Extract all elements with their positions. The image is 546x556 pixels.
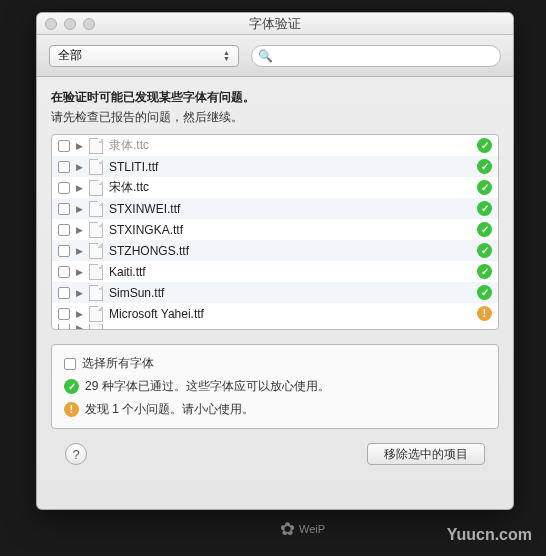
check-icon: ✓ [477,201,492,216]
font-name: STXINGKA.ttf [109,223,471,237]
disclosure-triangle-icon[interactable]: ▶ [76,309,83,319]
list-item[interactable]: ▶Kaiti.ttf✓ [52,261,498,282]
font-list[interactable]: ▶隶体.ttc✓▶STLITI.ttf✓▶宋体.ttc✓▶STXINWEI.tt… [51,134,499,330]
list-item[interactable]: ▶STZHONGS.ttf✓ [52,240,498,261]
file-icon [89,138,103,154]
file-icon [89,306,103,322]
filter-select-button[interactable]: 全部 ▲▼ [49,45,239,67]
disclosure-triangle-icon[interactable]: ▶ [76,225,83,235]
search-icon: 🔍 [258,49,273,63]
summary-box: 选择所有字体 ✓ 29 种字体已通过。这些字体应可以放心使用。 ! 发现 1 个… [51,344,499,429]
list-item[interactable]: ▶STLITI.ttf✓ [52,156,498,177]
disclosure-triangle-icon[interactable]: ▶ [76,204,83,214]
font-name: STZHONGS.ttf [109,244,471,258]
font-name: STLITI.ttf [109,160,471,174]
row-checkbox[interactable] [58,203,70,215]
font-validation-window: 字体验证 全部 ▲▼ 🔍 在验证时可能已发现某些字体有问题。 请先检查已报告的问… [36,12,514,510]
select-all-label: 选择所有字体 [82,355,154,372]
select-all-row: 选择所有字体 [64,355,486,372]
search-input[interactable] [251,45,501,67]
file-icon [89,285,103,301]
disclosure-triangle-icon[interactable]: ▶ [76,267,83,277]
row-checkbox[interactable] [58,161,70,173]
row-checkbox[interactable] [58,308,70,320]
check-icon: ✓ [477,285,492,300]
list-item[interactable]: ▶STXINGKA.ttf✓ [52,219,498,240]
check-icon: ✓ [64,379,79,394]
font-name: Kaiti.ttf [109,265,471,279]
disclosure-triangle-icon[interactable]: ▶ [76,162,83,172]
disclosure-triangle-icon[interactable]: ▶ [76,246,83,256]
help-button[interactable]: ? [65,443,87,465]
updown-icon: ▲▼ [223,50,230,62]
watermark-brand: ✿ WeiP [280,518,325,540]
warning-icon: ! [477,306,492,321]
font-name: Microsoft Yahei.ttf [109,307,471,321]
file-icon [89,180,103,196]
file-icon [89,324,103,330]
check-icon: ✓ [477,159,492,174]
disclosure-triangle-icon[interactable]: ▶ [76,288,83,298]
warned-text: 发现 1 个小问题。请小心使用。 [85,401,254,418]
row-checkbox[interactable] [58,224,70,236]
font-name: STXINWEI.ttf [109,202,471,216]
warning-subtext: 请先检查已报告的问题，然后继续。 [51,109,499,126]
row-checkbox[interactable] [58,287,70,299]
warning-heading: 在验证时可能已发现某些字体有问题。 [51,89,499,106]
row-checkbox[interactable] [58,245,70,257]
font-name: SimSun.ttf [109,286,471,300]
content: 在验证时可能已发现某些字体有问题。 请先检查已报告的问题，然后继续。 ▶隶体.t… [37,77,513,477]
font-name: 隶体.ttc [109,137,471,154]
titlebar: 字体验证 [37,13,513,35]
check-icon: ✓ [477,222,492,237]
select-all-checkbox[interactable] [64,358,76,370]
list-item[interactable]: ▶ [52,324,498,330]
row-checkbox[interactable] [58,324,70,330]
footer: ? 移除选中的项目 [51,443,499,465]
check-icon: ✓ [477,138,492,153]
file-icon [89,264,103,280]
remove-selected-button[interactable]: 移除选中的项目 [367,443,485,465]
filter-select[interactable]: 全部 ▲▼ [49,45,239,67]
check-icon: ✓ [477,180,492,195]
warned-row: ! 发现 1 个小问题。请小心使用。 [64,401,486,418]
font-name: 宋体.ttc [109,179,471,196]
file-icon [89,201,103,217]
filter-label: 全部 [58,47,82,64]
row-checkbox[interactable] [58,182,70,194]
passed-text: 29 种字体已通过。这些字体应可以放心使用。 [85,378,330,395]
row-checkbox[interactable] [58,266,70,278]
disclosure-triangle-icon[interactable]: ▶ [76,141,83,151]
list-item[interactable]: ▶STXINWEI.ttf✓ [52,198,498,219]
row-checkbox[interactable] [58,140,70,152]
watermark-site: Yuucn.com [447,526,532,544]
warning-icon: ! [64,402,79,417]
toolbar: 全部 ▲▼ 🔍 [37,35,513,77]
logo-icon: ✿ [280,518,295,540]
file-icon [89,222,103,238]
passed-row: ✓ 29 种字体已通过。这些字体应可以放心使用。 [64,378,486,395]
disclosure-triangle-icon[interactable]: ▶ [76,324,83,330]
check-icon: ✓ [477,264,492,279]
window-title: 字体验证 [45,15,505,33]
list-item[interactable]: ▶SimSun.ttf✓ [52,282,498,303]
search-field: 🔍 [251,45,501,67]
check-icon: ✓ [477,243,492,258]
list-item[interactable]: ▶Microsoft Yahei.ttf! [52,303,498,324]
file-icon [89,159,103,175]
list-item[interactable]: ▶隶体.ttc✓ [52,135,498,156]
file-icon [89,243,103,259]
disclosure-triangle-icon[interactable]: ▶ [76,183,83,193]
list-item[interactable]: ▶宋体.ttc✓ [52,177,498,198]
